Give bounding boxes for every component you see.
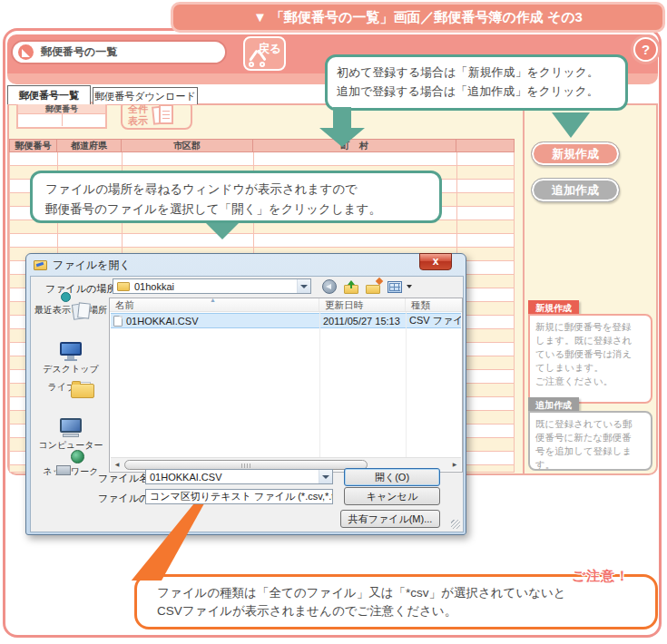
postal-code-search-box: 郵便番号	[16, 102, 107, 129]
close-button[interactable]: x	[419, 253, 452, 270]
back-button-label: 戻る	[258, 41, 281, 57]
place-network[interactable]: ネットワーク	[33, 463, 109, 478]
column-header-city: 市区郡	[122, 140, 253, 151]
postal-code-input-left[interactable]	[18, 114, 62, 126]
tab-postal-download[interactable]: 郵便番号ダウンロード	[93, 87, 198, 104]
column-header-town: 町 村	[253, 140, 456, 151]
dialog-body: ファイルの場所(I): 01hokkai	[30, 276, 464, 532]
dialog-title: ファイルを開く	[53, 258, 131, 273]
document-stack-icon	[152, 103, 176, 127]
content-divider	[523, 105, 525, 473]
up-folder-icon[interactable]	[344, 280, 358, 294]
file-name-cell: 01HOKKAI.CSV	[111, 316, 319, 327]
dialog-titlebar[interactable]: ファイルを開く	[26, 254, 466, 276]
location-dropdown-arrow[interactable]	[297, 279, 310, 293]
screenshot-root: ▼ 「郵便番号の一覧」画面／郵便番号簿の作成 その3 郵便番号の一覧 戻る ? …	[0, 0, 667, 644]
app-icon	[18, 44, 34, 60]
dialog-toolbar	[322, 279, 412, 294]
filename-dropdown-arrow[interactable]	[319, 470, 332, 483]
sort-caret-icon: ▲	[210, 297, 216, 303]
table-header-row: 郵便番号 都道府県 市区郡 町 村	[9, 139, 515, 152]
filename-value: 01HOKKAI.CSV	[150, 472, 221, 483]
postal-code-input-right[interactable]	[62, 114, 106, 126]
filetype-combobox[interactable]: コンマ区切りテキスト ファイル (*.csv,*.txt)	[145, 489, 333, 504]
resize-grip[interactable]	[451, 520, 460, 529]
folder-icon	[117, 282, 130, 291]
scrollbar-thumb[interactable]	[124, 460, 368, 470]
notice-callout: ご注意！ ファイルの種類は「全てのファイル」又は「*csv」が選択されていないと…	[134, 574, 658, 629]
share-file-button[interactable]: 共有ファイル(M)...	[340, 510, 440, 528]
panel-new-description: 新規に郵便番号を登録 します。既に登録され ている郵便番号は消え てしまいます。…	[528, 314, 652, 404]
filename-combobox[interactable]: 01HOKKAI.CSV	[145, 469, 333, 484]
desktop-icon	[33, 342, 109, 361]
page-title: ▼ 「郵便番号の一覧」画面／郵便番号簿の作成 その3	[171, 2, 665, 33]
new-folder-icon[interactable]	[366, 280, 380, 294]
back-nav-icon[interactable]	[322, 279, 337, 294]
callout-register: 初めて登録する場合は「新規作成」をクリック。 追加で登録する場合は「追加作成」を…	[325, 54, 628, 111]
append-create-button[interactable]: 追加作成	[531, 178, 620, 202]
views-icon[interactable]	[387, 281, 402, 293]
place-recent[interactable]: 最近表示した場所	[33, 302, 109, 317]
filetype-value: コンマ区切りテキスト ファイル (*.csv,*.txt)	[150, 490, 333, 503]
views-dropdown-arrow[interactable]	[407, 285, 412, 288]
back-button[interactable]: 戻る	[243, 36, 286, 71]
scroll-right-arrow[interactable]: ▶	[448, 459, 461, 471]
app-title: 郵便番号の一覧	[41, 44, 117, 60]
list-column-type[interactable]: 種類	[406, 298, 462, 311]
file-type-cell: CSV ファイル	[406, 314, 461, 327]
column-header-postal: 郵便番号	[10, 140, 57, 151]
file-list-header: 名前 更新日時 種類 ▲	[110, 298, 462, 312]
callout-file-window: ファイルの場所を尋ねるウィンドウが表示されますので 郵便番号のファイルを選択して…	[30, 171, 442, 223]
file-open-dialog: ファイルを開く x ファイルの場所(I): 01hokkai	[25, 253, 466, 535]
file-row-selected[interactable]: 01HOKKAI.CSV 2011/05/27 15:13 CSV ファイル	[111, 313, 461, 328]
app-title-pill: 郵便番号の一覧	[11, 40, 227, 64]
place-libraries[interactable]: ライブラリ	[33, 379, 109, 394]
place-computer[interactable]: コンピューター	[33, 418, 109, 452]
postal-code-label: 郵便番号	[18, 103, 105, 114]
csv-file-icon	[113, 316, 123, 327]
show-all-label: 全件 表示	[128, 103, 148, 126]
dialog-folder-icon	[34, 260, 47, 270]
panel-append-description: 既に登録されている郵 便番号に新たな郵便番 号を追加して登録しま す。	[528, 411, 652, 471]
file-modified-cell: 2011/05/27 15:13	[319, 316, 406, 327]
tab-postal-list[interactable]: 郵便番号一覧	[7, 85, 91, 104]
notice-label: ご注意！	[572, 566, 630, 587]
list-column-modified[interactable]: 更新日時	[319, 298, 406, 311]
help-icon[interactable]: ?	[633, 37, 658, 62]
column-header-empty	[456, 140, 514, 151]
location-value: 01hokkai	[134, 281, 174, 292]
scroll-left-arrow[interactable]: ◀	[111, 459, 123, 471]
computer-icon	[33, 418, 109, 437]
column-header-prefecture: 都道府県	[57, 140, 122, 151]
file-list: 名前 更新日時 種類 ▲ 01HOKKAI.CSV 2011/05/27 15:…	[109, 298, 463, 473]
cancel-button[interactable]: キャンセル	[344, 487, 440, 505]
open-button[interactable]: 開く(O)	[344, 468, 440, 486]
location-combobox[interactable]: 01hokkai	[113, 278, 311, 294]
place-desktop[interactable]: デスクトップ	[33, 342, 109, 376]
new-create-button[interactable]: 新規作成	[531, 141, 620, 166]
